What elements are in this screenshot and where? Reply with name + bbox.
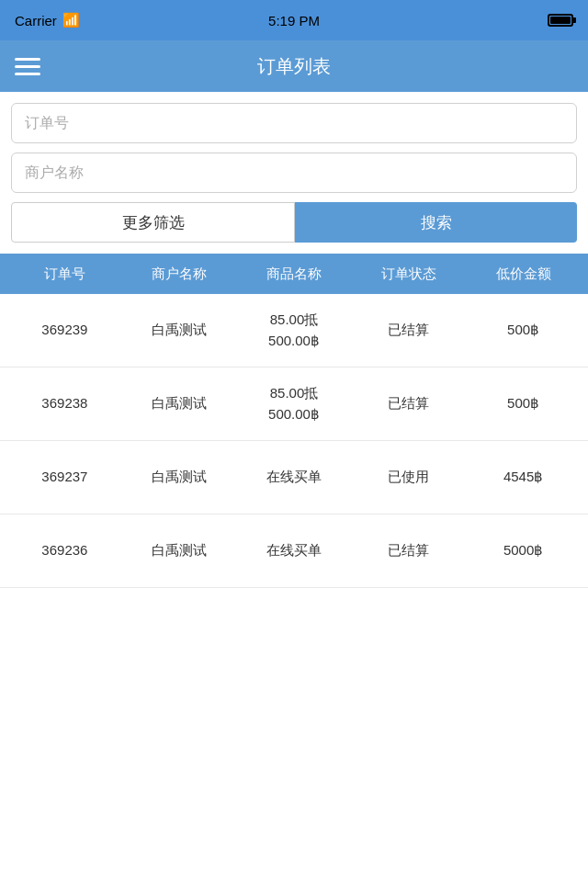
product-cell: 在线买单 [237, 540, 352, 561]
filter-row: 更多筛选 搜索 [11, 202, 577, 243]
amount-cell: 4545฿ [466, 467, 581, 488]
merchant-cell: 白禹测试 [122, 393, 237, 414]
more-filter-button[interactable]: 更多筛选 [11, 202, 295, 243]
amount-cell: 500฿ [466, 393, 581, 414]
merchant-cell: 白禹测试 [122, 320, 237, 341]
table-row[interactable]: 369237白禹测试在线买单已使用4545฿ [0, 441, 588, 514]
col-header-status: 订单状态 [351, 266, 466, 283]
table-row[interactable]: 369236白禹测试在线买单已结算5000฿ [0, 514, 588, 588]
status-cell: 已结算 [351, 320, 466, 341]
nav-bar: 订单列表 [0, 40, 588, 92]
table-body: 369239白禹测试85.00抵 500.00฿已结算500฿369238白禹测… [0, 294, 588, 588]
page-title: 订单列表 [257, 54, 331, 79]
search-button[interactable]: 搜索 [295, 202, 577, 243]
amount-cell: 500฿ [466, 320, 581, 341]
order-number-input[interactable] [11, 103, 577, 143]
status-bar-left: Carrier 📶 [15, 12, 80, 28]
status-bar: Carrier 📶 5:19 PM [0, 0, 588, 40]
hamburger-button[interactable] [15, 58, 40, 75]
status-cell: 已使用 [351, 467, 466, 488]
col-header-order-id: 订单号 [7, 266, 122, 283]
col-header-product: 商品名称 [237, 266, 352, 283]
hamburger-line-1 [15, 58, 40, 61]
table-header: 订单号 商户名称 商品名称 订单状态 低价金额 [0, 254, 588, 294]
carrier-label: Carrier [15, 13, 57, 28]
product-cell: 85.00抵 500.00฿ [237, 383, 352, 424]
status-cell: 已结算 [351, 540, 466, 561]
wifi-icon: 📶 [62, 12, 80, 28]
status-bar-time: 5:19 PM [268, 13, 320, 28]
product-cell: 在线买单 [237, 467, 352, 488]
merchant-name-input[interactable] [11, 153, 577, 193]
merchant-cell: 白禹测试 [122, 540, 237, 561]
hamburger-line-2 [15, 65, 40, 68]
table-row[interactable]: 369238白禹测试85.00抵 500.00฿已结算500฿ [0, 368, 588, 441]
battery-icon [548, 14, 573, 27]
product-cell: 85.00抵 500.00฿ [237, 310, 352, 351]
order-id-cell: 369238 [7, 393, 122, 414]
merchant-cell: 白禹测试 [122, 467, 237, 488]
order-id-cell: 369236 [7, 540, 122, 561]
table-row[interactable]: 369239白禹测试85.00抵 500.00฿已结算500฿ [0, 294, 588, 368]
status-cell: 已结算 [351, 393, 466, 414]
search-area [0, 92, 588, 202]
amount-cell: 5000฿ [466, 540, 581, 561]
col-header-amount: 低价金额 [466, 266, 581, 283]
hamburger-line-3 [15, 73, 40, 75]
status-bar-right [548, 14, 573, 27]
col-header-merchant: 商户名称 [122, 266, 237, 283]
order-id-cell: 369239 [7, 320, 122, 341]
order-id-cell: 369237 [7, 467, 122, 488]
